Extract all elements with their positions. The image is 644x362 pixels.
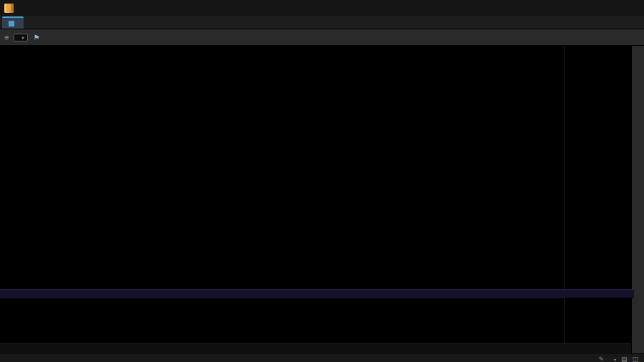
status-bar: ✎ ▾ ▤ ◫ bbox=[0, 353, 644, 362]
macd-axis[interactable] bbox=[564, 298, 632, 343]
time-axis[interactable] bbox=[0, 343, 631, 354]
tab-charts[interactable] bbox=[2, 16, 24, 29]
macd-pane[interactable] bbox=[0, 298, 564, 343]
main-chart[interactable] bbox=[0, 46, 564, 289]
panel-icon[interactable]: ◫ bbox=[632, 356, 638, 362]
chart-menu-icon[interactable]: ≡ bbox=[4, 33, 9, 41]
flag-icon[interactable]: ⚑ bbox=[33, 34, 39, 41]
chart-panel bbox=[0, 46, 631, 353]
app-icon bbox=[4, 4, 14, 13]
chevron-down-icon[interactable]: ▾ bbox=[614, 357, 616, 362]
chart-tab-icon bbox=[9, 21, 14, 26]
symbol-input[interactable]: ▾ bbox=[14, 34, 28, 41]
chart-toolbar: ≡ ▾ ⚑ bbox=[0, 29, 644, 46]
ohlc-bar bbox=[0, 46, 3, 55]
chevron-down-icon: ▾ bbox=[21, 35, 24, 40]
titlebar bbox=[0, 0, 644, 16]
main-area bbox=[0, 46, 644, 353]
tab-strip bbox=[0, 16, 644, 29]
price-axis[interactable] bbox=[564, 46, 632, 289]
notebook-icon[interactable]: ▤ bbox=[621, 356, 628, 362]
pencil-icon[interactable]: ✎ bbox=[598, 356, 604, 362]
right-sidebar bbox=[631, 46, 644, 353]
app-window: ≡ ▾ ⚑ ✎ ▾ ▤ ◫ bbox=[0, 0, 644, 362]
